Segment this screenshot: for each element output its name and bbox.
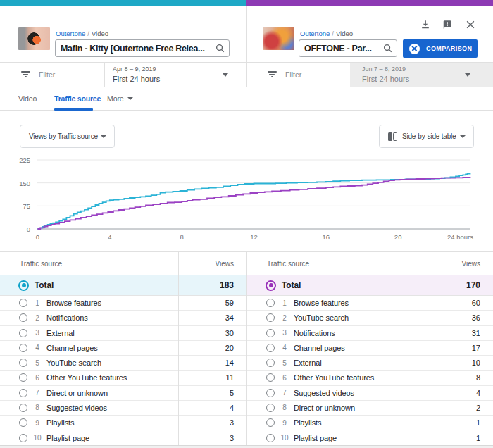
total-radio-selected[interactable] bbox=[266, 280, 276, 291]
right-date-range-select[interactable]: Jun 7 – 8, 2019 First 24 hours bbox=[362, 66, 409, 83]
bottom-cutoff-strip bbox=[0, 445, 493, 448]
y-axis-tick-label: 0 bbox=[9, 225, 30, 233]
row-views: 14 bbox=[225, 359, 234, 367]
panel-divider bbox=[246, 63, 247, 87]
row-radio[interactable] bbox=[19, 404, 27, 412]
column-header-views: Views bbox=[216, 260, 235, 268]
tab-more[interactable]: More bbox=[107, 87, 124, 111]
y-axis-tick-label: 225 bbox=[9, 156, 30, 164]
total-label: Total bbox=[35, 280, 54, 290]
row-label: Suggested videos bbox=[46, 404, 107, 412]
table-row: 1Browse features59 bbox=[0, 296, 246, 311]
table-row: 7Suggested videos4 bbox=[247, 386, 493, 401]
right-breadcrumb-section: Video bbox=[336, 30, 353, 37]
row-rank: 1 bbox=[33, 299, 42, 307]
column-divider bbox=[178, 252, 179, 445]
row-rank: 1 bbox=[280, 299, 289, 307]
row-rank: 5 bbox=[33, 359, 42, 367]
row-views: 17 bbox=[472, 344, 480, 352]
left-date-detail: First 24 hours bbox=[113, 75, 160, 83]
row-views: 4 bbox=[476, 389, 480, 397]
total-radio-selected[interactable] bbox=[18, 280, 29, 291]
row-label: Playlists bbox=[294, 418, 321, 427]
row-radio[interactable] bbox=[266, 373, 275, 382]
table-row: 2Notifications34 bbox=[0, 311, 246, 325]
table-row: 2YouTube search36 bbox=[247, 311, 493, 325]
total-row: Total 183 bbox=[0, 275, 246, 296]
tab-video[interactable]: Video bbox=[18, 87, 37, 111]
row-radio[interactable] bbox=[266, 404, 275, 412]
row-radio[interactable] bbox=[266, 389, 275, 397]
row-views: 31 bbox=[472, 329, 480, 337]
row-label: External bbox=[294, 359, 322, 367]
chevron-down-icon bbox=[101, 135, 106, 138]
row-rank: 3 bbox=[280, 329, 289, 337]
remove-comparison-icon[interactable] bbox=[409, 44, 420, 54]
search-icon bbox=[383, 44, 392, 53]
tab-traffic-source[interactable]: Traffic source bbox=[54, 87, 101, 111]
row-radio[interactable] bbox=[19, 434, 27, 442]
row-rank: 7 bbox=[280, 389, 289, 397]
row-label: Playlists bbox=[46, 418, 74, 427]
right-video-search-input[interactable]: OFFTONE - Par... bbox=[299, 39, 397, 57]
layout-select-value: Side-by-side table bbox=[402, 132, 456, 140]
left-video-search-input[interactable]: Mafin - Kitty [Outertone Free Relea... bbox=[55, 39, 230, 57]
row-radio[interactable] bbox=[266, 344, 275, 352]
x-axis-tick-label: 20 bbox=[387, 233, 408, 241]
left-filter-label[interactable]: Filter bbox=[39, 70, 55, 79]
row-radio[interactable] bbox=[266, 434, 275, 442]
row-radio[interactable] bbox=[19, 389, 27, 397]
chevron-down-icon bbox=[465, 73, 470, 77]
row-rank: 2 bbox=[33, 314, 42, 322]
left-date-range-select[interactable]: Apr 8 – 9, 2019 First 24 hours bbox=[113, 66, 160, 83]
row-rank: 7 bbox=[33, 389, 42, 397]
row-views: 1 bbox=[476, 418, 480, 427]
row-views: 8 bbox=[476, 373, 480, 382]
comparison-button[interactable]: COMPARISON bbox=[403, 39, 478, 58]
row-views: 60 bbox=[472, 299, 480, 307]
table-row: 8Suggested videos4 bbox=[0, 401, 246, 416]
row-radio[interactable] bbox=[266, 313, 275, 322]
row-radio[interactable] bbox=[19, 418, 27, 427]
row-radio[interactable] bbox=[266, 329, 275, 337]
x-axis-tick-label: 4 bbox=[99, 233, 120, 241]
row-radio[interactable] bbox=[266, 418, 275, 427]
total-row: Total 170 bbox=[247, 275, 493, 296]
download-icon[interactable] bbox=[420, 20, 430, 30]
row-radio[interactable] bbox=[19, 329, 27, 337]
row-radio[interactable] bbox=[266, 359, 275, 367]
row-radio[interactable] bbox=[19, 359, 27, 367]
comparison-header: Outertone/Video Mafin - Kitty [Outertone… bbox=[0, 6, 493, 63]
right-breadcrumb: Outertone/Video bbox=[300, 30, 353, 37]
table-row: 8Direct or unknown2 bbox=[247, 401, 493, 416]
row-label: Channel pages bbox=[294, 344, 345, 352]
filter-icon bbox=[267, 71, 277, 80]
row-rank: 4 bbox=[280, 344, 289, 351]
row-views: 3 bbox=[230, 418, 234, 427]
panel-divider bbox=[246, 6, 247, 63]
row-label: Channel pages bbox=[46, 344, 98, 352]
row-radio[interactable] bbox=[19, 344, 27, 352]
left-video-search-value: Mafin - Kitty [Outertone Free Relea... bbox=[56, 44, 205, 54]
search-icon bbox=[216, 44, 225, 53]
y-axis-tick-label: 150 bbox=[9, 180, 30, 187]
column-header-views: Views bbox=[462, 260, 481, 268]
row-label: Other YouTube features bbox=[294, 373, 374, 382]
right-video-color-bar bbox=[246, 0, 493, 6]
left-breadcrumb-channel[interactable]: Outertone bbox=[56, 30, 85, 37]
feedback-icon[interactable] bbox=[442, 20, 452, 30]
close-icon[interactable] bbox=[466, 20, 475, 30]
row-radio[interactable] bbox=[19, 373, 27, 382]
layout-select-dropdown[interactable]: Side-by-side table bbox=[379, 125, 474, 148]
x-axis-tick-label: 8 bbox=[171, 233, 192, 241]
row-radio[interactable] bbox=[266, 299, 275, 307]
metric-select-dropdown[interactable]: Views by Traffic source bbox=[20, 125, 115, 148]
row-radio[interactable] bbox=[19, 313, 27, 322]
chart-line bbox=[38, 173, 470, 229]
right-breadcrumb-channel[interactable]: Outertone bbox=[300, 30, 330, 37]
right-filter-label[interactable]: Filter bbox=[285, 70, 301, 79]
row-views: 1 bbox=[476, 434, 480, 442]
row-rank: 6 bbox=[33, 374, 42, 382]
row-radio[interactable] bbox=[19, 299, 27, 307]
row-rank: 8 bbox=[280, 404, 289, 411]
